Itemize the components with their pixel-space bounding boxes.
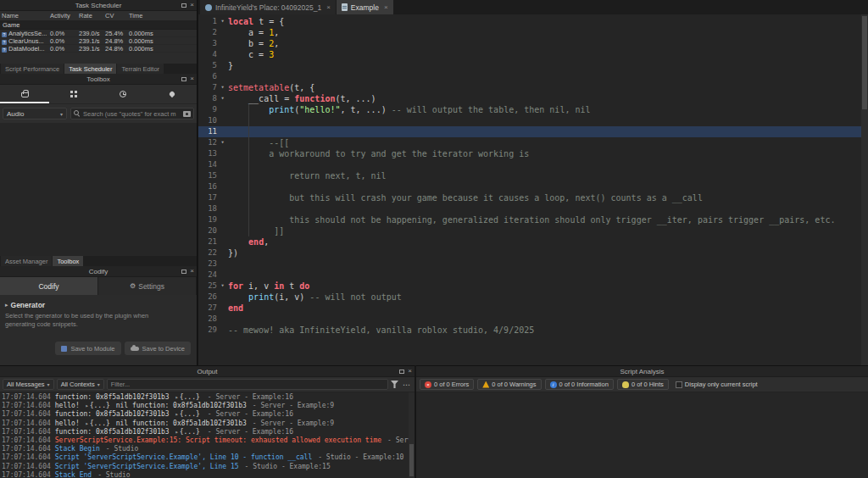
code-line-2[interactable]: 2 a = 1, (198, 27, 861, 38)
output-titlebar[interactable]: Output × (0, 366, 415, 377)
fold-arrow-icon[interactable]: ▾ (217, 93, 228, 104)
toolbox-titlebar[interactable]: Toolbox × (0, 74, 197, 85)
expand-table-icon[interactable]: ▸{...} (175, 393, 199, 401)
generator-section-header[interactable]: ▸ Generator (5, 301, 192, 309)
messages-filter-dropdown[interactable]: All Messages ▾ (3, 379, 54, 390)
output-row[interactable]: 17:07:14.604hello! ▸{...} nil function: … (0, 402, 415, 410)
close-tab-icon[interactable]: × (384, 3, 388, 11)
checkbox-icon[interactable] (676, 381, 682, 388)
code-line-23[interactable]: 23 (198, 258, 861, 270)
save-to-device-button[interactable]: Save to Device (125, 342, 191, 355)
code-line-10[interactable]: 10 (198, 115, 861, 126)
tab-asset-manager[interactable]: Asset Manager (1, 256, 52, 266)
code-line-20[interactable]: 20 ]] (198, 225, 861, 236)
scrollbar-thumb[interactable] (862, 16, 867, 109)
output-row[interactable]: 17:07:14.604Stack Begin- Studio (0, 445, 415, 453)
close-tab-icon[interactable]: × (326, 3, 331, 11)
code-line-4[interactable]: 4 c = 3 (198, 49, 861, 60)
funnel-filter-icon[interactable] (391, 381, 398, 388)
toolbox-tab-creations[interactable] (147, 85, 197, 103)
code-line-16[interactable]: 16 (198, 181, 861, 192)
expand-table-icon[interactable]: ▸{...} (175, 410, 199, 418)
tab-script-performance[interactable]: Script Performance (1, 64, 64, 74)
information-filter-button[interactable]: i 0 of 0 Information (545, 379, 614, 390)
output-row[interactable]: 17:07:14.604hello! ▸{...} nil function: … (0, 420, 415, 428)
close-panel-icon[interactable]: × (408, 368, 412, 375)
task-scheduler-group-row[interactable]: Game (0, 21, 197, 30)
warnings-filter-button[interactable]: 0 of 0 Warnings (477, 379, 541, 390)
code-line-13[interactable]: 13 a workaround to try and get the itera… (198, 148, 861, 159)
tab-place[interactable]: InfiniteYield's Place: 04092025_1 × (200, 0, 336, 14)
float-panel-icon[interactable] (399, 370, 404, 374)
code-line-7[interactable]: 7▾setmetatable(t, { (198, 82, 861, 93)
code-line-29[interactable]: 29-- mewow! aka InfiniteYield, vanilla r… (198, 325, 861, 336)
code-line-25[interactable]: 25▾for i, v in t do (198, 281, 861, 292)
column-header-rate[interactable]: Rate (77, 12, 103, 19)
close-panel-icon[interactable]: × (190, 2, 194, 8)
expand-table-icon[interactable]: ▸{...} (175, 428, 199, 436)
column-header-activity[interactable]: Activity (48, 12, 77, 19)
toolbox-tab-inventory[interactable] (49, 85, 98, 103)
save-to-module-button[interactable]: Save to Module (55, 342, 120, 355)
scrollbar-thumb[interactable] (409, 444, 414, 476)
display-only-current-script-checkbox[interactable]: Display only current script (676, 381, 758, 388)
float-panel-icon[interactable] (181, 77, 186, 81)
output-row[interactable]: 17:07:14.604function: 0x8f5a1db102f301b3… (0, 410, 415, 419)
column-header-cv[interactable]: CV (103, 12, 127, 19)
output-row[interactable]: 17:07:14.604Script 'ServerScriptService.… (0, 453, 415, 462)
contexts-filter-dropdown[interactable]: All Contexts ▾ (57, 379, 104, 390)
toolbox-tab-recent[interactable] (98, 85, 147, 103)
task-scheduler-row[interactable]: ?DataModel...0.0%239.1/s24.8%0.000ms (0, 45, 197, 53)
fold-arrow-icon[interactable]: ▾ (217, 82, 228, 93)
code-line-27[interactable]: 27end (198, 303, 861, 314)
code-area[interactable]: 1▾local t = {2 a = 1,3 b = 2,4 c = 35}67… (198, 14, 861, 365)
tab-settings[interactable]: ⚙ Settings (98, 277, 197, 295)
tab-example-script[interactable]: Example × (337, 0, 393, 14)
fold-arrow-icon[interactable]: ▾ (217, 281, 228, 292)
output-row[interactable]: 17:07:14.604Script 'ServerScriptService.… (0, 463, 415, 471)
codify-titlebar[interactable]: Codify × (0, 266, 197, 277)
code-line-19[interactable]: 19 this should not be happening, general… (198, 214, 861, 225)
code-line-21[interactable]: 21 end, (198, 236, 861, 247)
tab-task-scheduler[interactable]: Task Scheduler (64, 64, 116, 74)
code-line-11[interactable]: 11 (198, 126, 861, 137)
float-panel-icon[interactable] (181, 3, 186, 8)
more-options-icon[interactable]: ⋯ (401, 381, 412, 389)
code-line-24[interactable]: 24 (198, 270, 861, 281)
code-line-1[interactable]: 1▾local t = { (198, 16, 861, 27)
toolbox-tab-marketplace[interactable] (0, 85, 49, 103)
code-line-18[interactable]: 18 (198, 203, 861, 214)
close-panel-icon[interactable]: × (190, 268, 194, 275)
column-header-time[interactable]: Time (127, 12, 197, 19)
toolbox-search-input[interactable]: Search (use "quotes" for exact m (70, 108, 194, 119)
expand-table-icon[interactable]: ▸{...} (86, 420, 110, 427)
errors-filter-button[interactable]: × 0 of 0 Errors (420, 379, 474, 390)
hints-filter-button[interactable]: 0 of 0 Hints (617, 379, 669, 390)
code-line-14[interactable]: 14 (198, 159, 861, 170)
task-scheduler-titlebar[interactable]: Task Scheduler × (0, 0, 197, 11)
code-line-3[interactable]: 3 b = 2, (198, 38, 861, 49)
column-header-name[interactable]: Name (0, 12, 48, 19)
toolbox-category-dropdown[interactable]: Audio ▾ (3, 108, 67, 119)
camera-search-icon[interactable] (183, 111, 191, 117)
code-line-6[interactable]: 6 (198, 71, 861, 82)
tab-terrain-editor[interactable]: Terrain Editor (117, 64, 164, 74)
output-scrollbar[interactable] (409, 392, 415, 478)
code-line-17[interactable]: 17 but this will crash your game because… (198, 192, 861, 203)
script-analysis-titlebar[interactable]: Script Analysis (416, 366, 868, 377)
code-line-15[interactable]: 15 return next, t, nil (198, 170, 861, 181)
code-line-26[interactable]: 26 print(i, v) -- will not output (198, 292, 861, 303)
code-line-9[interactable]: 9 print("hello!", t, ...) -- will output… (198, 104, 861, 115)
close-panel-icon[interactable]: × (190, 75, 194, 82)
output-row[interactable]: 17:07:14.604ServerScriptService.Example:… (0, 436, 415, 445)
output-row[interactable]: 17:07:14.604function: 0x8f5a1db102f301b3… (0, 393, 415, 402)
fold-arrow-icon[interactable]: ▾ (217, 137, 228, 148)
code-line-28[interactable]: 28 (198, 314, 861, 325)
tab-codify[interactable]: Codify (0, 277, 98, 295)
output-row[interactable]: 17:07:14.604Stack End- Studio (0, 471, 415, 478)
task-scheduler-header-row[interactable]: NameActivityRateCVTime (0, 11, 197, 21)
code-line-22[interactable]: 22}) (198, 247, 861, 258)
tab-toolbox[interactable]: Toolbox (53, 256, 83, 266)
output-row[interactable]: 17:07:14.604function: 0x8f5a1db102f301b3… (0, 428, 415, 436)
code-line-8[interactable]: 8▾ __call = function(t, ...) (198, 93, 861, 104)
